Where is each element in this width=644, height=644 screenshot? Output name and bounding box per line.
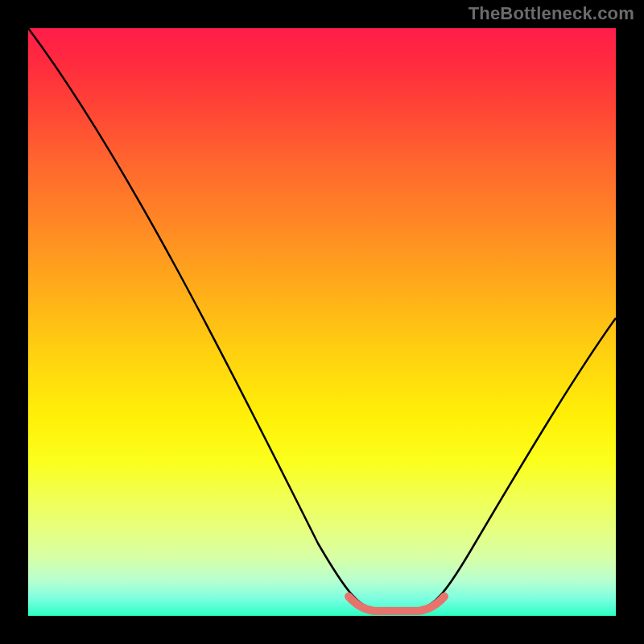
chart-svg (28, 28, 616, 616)
watermark-text: TheBottleneck.com (469, 3, 634, 24)
optimal-range-marker (349, 597, 444, 611)
bottleneck-curve (28, 28, 616, 611)
chart-frame: TheBottleneck.com (0, 0, 644, 644)
